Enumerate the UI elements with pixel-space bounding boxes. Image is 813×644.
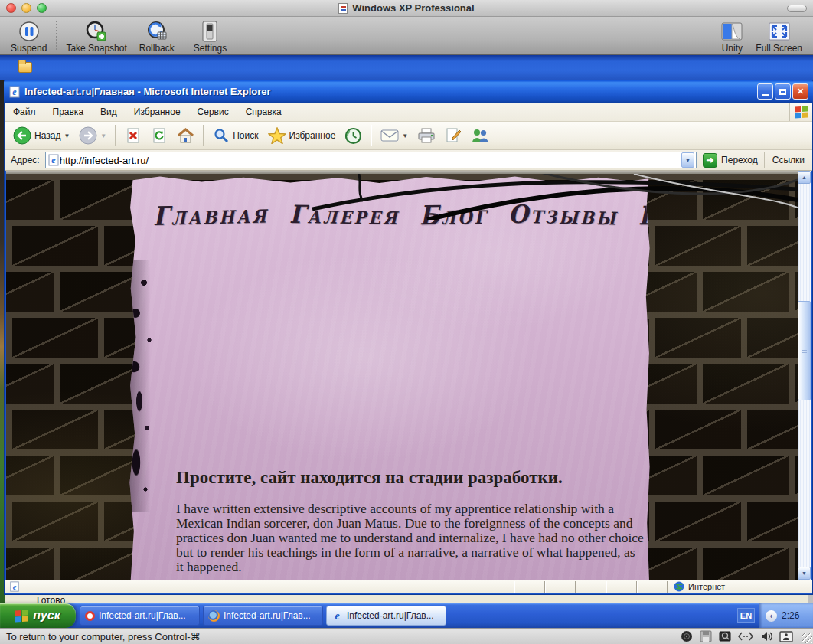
address-input-box: e ▼ [45,152,697,168]
floppy-icon[interactable] [700,630,712,642]
address-input[interactable] [60,155,681,166]
favorites-icon [268,127,286,144]
print-icon [417,127,436,144]
rollback-button[interactable]: Rollback [133,19,181,55]
search-button[interactable]: Поиск [209,125,262,146]
background-window-titlebar[interactable] [0,55,813,80]
go-button[interactable]: ➜ Переход [697,153,764,168]
windows-flag-icon [795,106,808,118]
address-dropdown-button[interactable]: ▼ [681,152,694,168]
vm-statusbar: To return to your computer, press Contro… [0,628,813,644]
cd-drive-icon[interactable] [681,630,693,642]
take-snapshot-button[interactable]: Take Snapshot [60,19,132,55]
status-page-icon: e [9,581,20,592]
vm-titlebar: Windows XP Professional [0,0,813,17]
vm-device-icons [681,630,793,642]
ie-menubar: Файл Правка Вид Избранное Сервис Справка [5,103,812,122]
forward-icon [79,126,97,145]
vm-document-icon [338,3,348,14]
status-pane [514,581,544,593]
ie-url-icon: e [47,154,60,166]
close-button[interactable]: ✕ [792,83,808,100]
back-button[interactable]: Назад▼ [9,124,73,147]
status-pane [606,581,636,593]
ie-page-icon: e [8,86,21,98]
tray-collapse-icon[interactable]: ‹ [766,610,777,622]
settings-button[interactable]: Settings [188,19,233,55]
home-icon [177,127,194,144]
taskbar-item-ie-active[interactable]: e Infected-art.ru|Глав... [326,606,446,626]
snapshot-icon [85,21,108,42]
internet-explorer-icon: e [331,610,343,622]
svg-text:e: e [13,583,17,591]
print-button[interactable] [413,125,439,146]
mail-icon [380,129,399,142]
nav-home-link[interactable]: Главная [153,198,269,231]
svg-text:e: e [12,87,17,97]
messenger-button[interactable] [467,125,493,146]
toolbar-separator [115,125,116,146]
menu-file[interactable]: Файл [5,103,44,121]
links-button[interactable]: Ссылки [764,152,809,168]
address-label: Адрес: [11,155,40,165]
scrollbar-thumb[interactable] [798,301,811,400]
scroll-up-button[interactable]: ▲ [798,171,811,184]
edit-icon [445,127,462,144]
close-window-button[interactable] [6,3,16,13]
vm-status-message: To return to your computer, press Contro… [6,631,681,642]
start-button[interactable]: пуск [0,603,76,628]
taskbar-item-opera[interactable]: Infected-art.ru|Глав... [80,606,200,626]
language-indicator[interactable]: EN [737,608,755,623]
edit-button[interactable] [441,125,465,146]
network-icon[interactable] [738,631,753,642]
globe-icon [674,581,684,592]
stop-button[interactable] [121,125,145,146]
back-icon [13,126,31,145]
toolbar-separator [56,21,57,51]
search-icon [213,127,230,144]
menu-edit[interactable]: Правка [44,103,93,121]
toolbar-separator [203,125,204,146]
resize-grip[interactable] [802,633,812,643]
messenger-icon [471,127,489,144]
menu-help[interactable]: Справка [237,103,290,121]
vertical-scrollbar[interactable]: ▲ ▼ [798,171,811,580]
home-button[interactable] [173,125,198,146]
taskbar-item-firefox[interactable]: Infected-art.ru|Глав... [203,606,323,626]
forward-button[interactable]: ▼ [75,124,110,147]
menu-tools[interactable]: Сервис [189,103,237,121]
taskbar-clock[interactable]: 2:26 [782,610,799,621]
favorites-button[interactable]: Избранное [264,125,340,146]
history-icon [344,127,362,145]
menu-favorites[interactable]: Избранное [126,103,189,121]
minimize-window-button[interactable] [21,3,31,13]
taskbar: пуск Infected-art.ru|Глав... Infected-ar… [0,603,813,628]
folder-icon [18,62,32,73]
minimize-button[interactable] [757,83,773,100]
usb-device-icon[interactable] [779,631,793,642]
status-pane [544,581,575,593]
history-button[interactable] [341,125,366,147]
menu-view[interactable]: Вид [92,103,126,121]
suspend-icon [18,21,41,42]
scroll-down-button[interactable]: ▼ [798,567,811,580]
mail-button[interactable]: ▼ [377,126,412,145]
torn-poster: Главная Галерея Блог Отзывы Контакты Про… [129,175,651,580]
maximize-button[interactable] [775,83,791,100]
zoom-window-button[interactable] [37,3,47,13]
hanging-wires [312,171,798,220]
rollback-icon [145,21,168,42]
windows-flag-throbber [789,103,812,121]
suspend-button[interactable]: Suspend [5,19,53,55]
toolbar-separator [371,125,372,146]
refresh-icon [151,127,168,144]
hard-disk-icon[interactable] [719,630,731,642]
full-screen-button[interactable]: Full Screen [749,19,808,55]
toolbar-toggle-button[interactable] [787,5,807,12]
security-zone-pane: Интернет [667,581,812,593]
page-paragraph: I have written extensive descriptive acc… [176,502,645,574]
sound-icon[interactable] [760,630,772,642]
unity-button[interactable]: Unity [714,19,749,55]
ie-titlebar[interactable]: e Infected-art.ru|Главная - Microsoft In… [4,80,813,103]
refresh-button[interactable] [147,125,171,146]
